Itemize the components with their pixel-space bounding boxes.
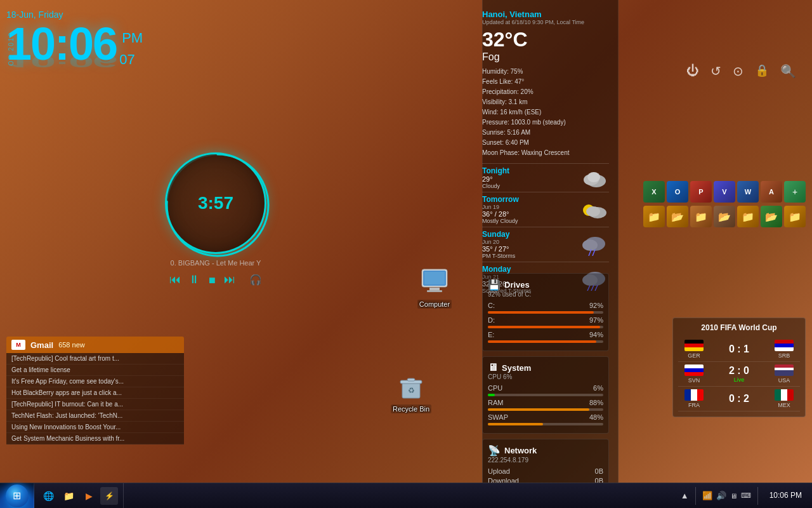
network-title: Network bbox=[504, 446, 537, 455]
info-button[interactable]: ⊙ bbox=[733, 64, 743, 79]
taskbar-tray: ▲ 📶 🔊 🖥 ⌨ 10:06 PM bbox=[676, 483, 812, 508]
power-button[interactable]: ⏻ bbox=[686, 64, 699, 79]
system-title: System bbox=[502, 363, 531, 373]
gmail-email-8[interactable]: Get System Mechanic Business with fr... bbox=[6, 433, 184, 444]
flag-usa bbox=[775, 364, 794, 376]
tray-separator bbox=[695, 487, 696, 505]
drives-widget: 💾 Drives 92% used of C: C:92% D:97% E:94… bbox=[482, 273, 609, 508]
svg-point-9 bbox=[582, 239, 598, 251]
sys-buttons: ⏻ ↺ ⊙ 🔒 🔍 bbox=[686, 64, 796, 79]
folder7-icon[interactable]: 📁 bbox=[784, 206, 806, 227]
word-icon[interactable]: W bbox=[737, 181, 759, 203]
access-icon[interactable]: A bbox=[761, 181, 782, 203]
desktop: OS 2010 18-Jun, Friday 10:06 PM 07 10:06… bbox=[0, 0, 812, 508]
weather-condition: Fog bbox=[482, 51, 609, 63]
folder3-icon[interactable]: 📁 bbox=[690, 206, 712, 227]
player-controls: ⏮ ⏸ ⏹ ⏭ 🎧 bbox=[114, 273, 317, 286]
svg-point-4 bbox=[587, 172, 600, 182]
tb-ie-icon[interactable]: 🌐 bbox=[39, 487, 57, 505]
folder5-icon[interactable]: 📁 bbox=[737, 206, 759, 227]
folder6-icon[interactable]: 📂 bbox=[761, 206, 782, 227]
gmail-email-6[interactable]: TechNet Flash: Just launched: 'TechN... bbox=[6, 410, 184, 422]
fifa-widget: 2010 FIFA World Cup GER 0 : 1 SRB SVN 2 … bbox=[672, 318, 806, 417]
svg-text:♻: ♻ bbox=[408, 386, 415, 395]
player-song: 0. BIGBANG - Let Me Hear Y bbox=[114, 259, 317, 267]
clock-widget: 18-Jun, Friday 10:06 PM 07 10:06 bbox=[6, 10, 143, 115]
match-ger-srb: GER 0 : 1 SRB bbox=[678, 337, 800, 362]
gmail-email-4[interactable]: Hot BlackBerry apps are just a click a..… bbox=[6, 387, 184, 399]
gmail-email-3[interactable]: It's Free App Friday, come see today's..… bbox=[6, 376, 184, 387]
recycle-bin-icon[interactable]: ♻ Recycle Bin bbox=[386, 371, 436, 413]
weather-widget: Hanoi, Vietnam Updated at 6/18/10 9:30 P… bbox=[482, 10, 609, 297]
start-orb: ⊞ bbox=[6, 485, 29, 507]
lock-button[interactable]: 🔒 bbox=[755, 64, 769, 79]
drive-d-row: D:97% bbox=[488, 316, 603, 324]
gmail-email-5[interactable]: [TechRepublic] IT burnout: Can it be a..… bbox=[6, 399, 184, 410]
weather-updated: Updated at 6/18/10 9:30 PM, Local Time bbox=[482, 19, 609, 25]
outlook-icon[interactable]: O bbox=[667, 181, 688, 203]
gmail-header[interactable]: M Gmail 658 new bbox=[6, 337, 184, 353]
tb-media-icon[interactable]: ▶ bbox=[80, 487, 98, 505]
taskbar-quicklaunch: 🌐 📁 ▶ ⚡ bbox=[34, 483, 124, 508]
computer-icon[interactable]: Computer bbox=[409, 267, 460, 309]
swap-row: SWAP48% bbox=[488, 413, 603, 421]
tb-app1-icon[interactable]: ⚡ bbox=[100, 487, 118, 505]
start-button[interactable]: ⊞ bbox=[0, 483, 34, 509]
tray-network-icon: 📶 bbox=[702, 491, 712, 500]
next-button[interactable]: ⏭ bbox=[224, 273, 235, 286]
match-svn-usa: SVN 2 : 0 Live USA bbox=[678, 362, 800, 387]
fifa-title: 2010 FIFA World Cup bbox=[678, 323, 800, 332]
weather-location: Hanoi, Vietnam bbox=[482, 10, 609, 19]
gmail-title: Gmail bbox=[30, 340, 53, 350]
live-badge: Live bbox=[729, 377, 749, 383]
search-button[interactable]: 🔍 bbox=[780, 64, 796, 79]
folder2-icon[interactable]: 📂 bbox=[667, 206, 688, 227]
flag-slovenia bbox=[684, 364, 704, 376]
stop-button[interactable]: ⏹ bbox=[207, 275, 216, 285]
play-pause-button[interactable]: ⏸ bbox=[188, 273, 200, 286]
excel-icon[interactable]: X bbox=[643, 181, 665, 203]
gmail-email-1[interactable]: [TechRepublic] Cool fractal art from t..… bbox=[6, 353, 184, 364]
gmail-widget: M Gmail 658 new [TechRepublic] Cool frac… bbox=[6, 337, 184, 444]
forecast-tomorrow: Tomorrow Jun 19 36° / 28° Mostly Cloudy bbox=[482, 192, 609, 227]
headphone-icon: 🎧 bbox=[249, 274, 262, 286]
forecast-tonight: Tonight 29° Cloudy bbox=[482, 163, 609, 192]
tray-up-arrow[interactable]: ▲ bbox=[681, 491, 689, 500]
svg-rect-21 bbox=[424, 272, 445, 284]
taskbar-clock[interactable]: 10:06 PM bbox=[764, 491, 807, 501]
system-subtitle: CPU 6% bbox=[488, 373, 603, 380]
prev-button[interactable]: ⏮ bbox=[169, 273, 181, 286]
gmail-email-2[interactable]: Get a lifetime license bbox=[6, 364, 184, 376]
weather-temp: 32°C bbox=[482, 28, 609, 51]
clock-reflection: 10:06 bbox=[6, 53, 143, 69]
tray-input-icon: ⌨ bbox=[741, 491, 751, 500]
gmail-icon: M bbox=[11, 340, 25, 350]
computer-label: Computer bbox=[417, 300, 452, 309]
powerpoint-icon[interactable]: P bbox=[690, 181, 712, 203]
upload-row: Upload0B bbox=[488, 467, 603, 475]
flag-serbia bbox=[775, 340, 794, 351]
flag-france bbox=[684, 389, 704, 401]
tb-folder-icon[interactable]: 📁 bbox=[60, 487, 77, 505]
network-ip: 222.254.8.179 bbox=[488, 457, 603, 464]
visio-icon[interactable]: V bbox=[714, 181, 735, 203]
player-circle: 3:57 bbox=[165, 152, 266, 254]
match-fra-mex: FRA 0 : 2 MEX bbox=[678, 387, 800, 411]
refresh-button[interactable]: ↺ bbox=[710, 64, 721, 79]
tray-separator-2 bbox=[757, 487, 758, 505]
clock-ampm: PM bbox=[122, 30, 143, 46]
gmail-email-7[interactable]: Using New Innovations to Boost Your... bbox=[6, 422, 184, 433]
taskbar: ⊞ 🌐 📁 ▶ ⚡ ▲ 📶 🔊 🖥 ⌨ 10:06 PM bbox=[0, 483, 812, 508]
folder1-icon[interactable]: 📁 bbox=[643, 206, 665, 227]
windows-logo: ⊞ bbox=[13, 490, 21, 502]
svg-point-7 bbox=[586, 206, 600, 217]
forecast-sunday: Sunday Jun 20 35° / 27° PM T-Storms bbox=[482, 227, 609, 262]
weather-details: Humidity: 75% Feels Like: 47° Precipitat… bbox=[482, 67, 609, 158]
drive-c-row: C:92% bbox=[488, 302, 603, 309]
flag-germany bbox=[684, 340, 704, 351]
tray-speaker-icon[interactable]: 🔊 bbox=[716, 491, 726, 500]
folder4-icon[interactable]: 📂 bbox=[714, 206, 735, 227]
drives-title: Drives bbox=[504, 280, 530, 290]
extra-app-icon[interactable]: + bbox=[784, 181, 806, 203]
cpu-row: CPU6% bbox=[488, 384, 603, 392]
